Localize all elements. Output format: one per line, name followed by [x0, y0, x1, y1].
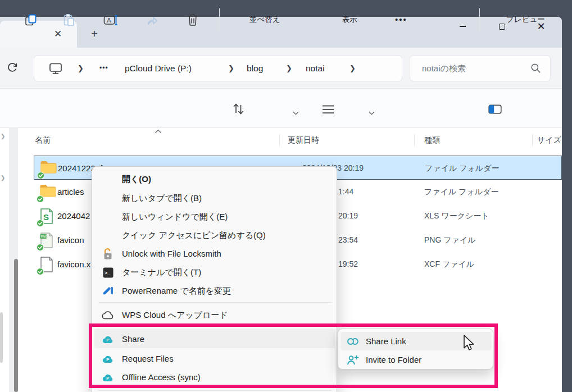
file-type: ファイル フォルダー	[424, 180, 499, 204]
column-divider[interactable]	[414, 134, 415, 146]
column-divider[interactable]	[532, 134, 533, 146]
breadcrumb-item-blog[interactable]: blog	[247, 56, 263, 81]
file-type: PNG ファイル	[424, 228, 476, 252]
pcloud-icon: P	[101, 371, 115, 384]
minimize-button[interactable]	[450, 17, 475, 36]
file-date: 20:19	[338, 204, 358, 228]
image-icon: PNG	[39, 232, 56, 249]
sync-check-badge-icon	[37, 267, 44, 275]
minimize-icon	[460, 26, 466, 26]
share-button[interactable]	[142, 9, 164, 31]
refresh-icon[interactable]	[6, 61, 19, 77]
tree-expand-chevron-icon[interactable]: ❯	[1, 133, 5, 139]
file-date: 23:54	[338, 228, 358, 252]
svg-text:P: P	[106, 357, 109, 362]
column-divider[interactable]	[279, 134, 280, 146]
chevron-down-icon	[369, 107, 375, 117]
share-icon	[146, 14, 160, 26]
menu-item-open-terminal[interactable]: >_ ターミナルで開く(T)	[92, 263, 338, 281]
breadcrumb-chevron-icon[interactable]: ❯	[349, 56, 356, 81]
cloud-outline-icon	[101, 308, 115, 322]
menu-item-open-new-tab[interactable]: 新しいタブで開く(B)	[92, 189, 338, 207]
rename-icon: A	[103, 14, 118, 26]
breadcrumb-overflow-button[interactable]: •••	[99, 56, 108, 81]
more-options-button[interactable]: •••	[395, 0, 407, 39]
menu-divider	[98, 302, 332, 303]
breadcrumb-chevron-icon: ❯	[78, 56, 84, 81]
toolbar-divider	[479, 8, 480, 31]
file-name: 2024042	[57, 204, 90, 228]
file-date: 1:44	[338, 180, 353, 204]
sort-button[interactable]: 並べ替え	[249, 0, 280, 39]
file-icon	[39, 256, 56, 273]
menu-item-open[interactable]: 開く(O)	[92, 170, 338, 188]
preview-icon[interactable]	[488, 104, 502, 116]
menu-item-powerrename[interactable]: PowerRename で名前を変更	[92, 281, 338, 300]
svg-text:P: P	[106, 338, 109, 343]
chevron-down-icon	[293, 107, 299, 117]
sync-check-badge-icon	[37, 219, 44, 226]
toolbar-divider	[219, 8, 220, 31]
padlock-icon	[101, 247, 115, 261]
column-header-size[interactable]: サイズ	[537, 130, 561, 149]
file-type: XCF ファイル	[424, 252, 474, 276]
file-name: favicon	[57, 228, 84, 252]
sync-check-badge-icon	[37, 171, 44, 179]
nav-scrollbar-thumb[interactable]	[14, 259, 18, 392]
breadcrumb-chevron-icon[interactable]: ❯	[286, 56, 292, 81]
preview-toggle-button[interactable]: プレビュー	[506, 0, 545, 39]
new-tab-icon[interactable]: +	[88, 28, 101, 40]
svg-text:>_: >_	[105, 270, 111, 276]
tab-strip	[0, 17, 562, 48]
maximize-icon	[499, 24, 505, 30]
context-menu: 開く(O) 新しいタブで開く(B) 新しいウィンドウで開く(E) クイック アク…	[92, 166, 337, 392]
menu-item-offline-access[interactable]: P Offline Access (sync)	[92, 368, 338, 386]
share-submenu: Share Link Invite to Folder	[338, 329, 493, 370]
column-header-type[interactable]: 種類	[424, 130, 440, 149]
view-icon[interactable]	[321, 104, 335, 117]
paste-button[interactable]	[58, 9, 80, 31]
file-date: 19:52	[338, 252, 358, 276]
search-box[interactable]: notaiの検索	[410, 55, 551, 81]
column-header-name[interactable]: 名前	[35, 130, 51, 149]
powerrename-icon	[101, 284, 115, 298]
search-icon[interactable]	[530, 63, 541, 76]
file-type: XLS ワークシート	[424, 204, 489, 228]
command-toolbar	[0, 88, 562, 128]
breadcrumb-chevron-icon[interactable]: ❯	[228, 56, 234, 81]
copy-button[interactable]	[20, 9, 42, 31]
delete-button[interactable]	[181, 9, 204, 31]
folder-icon	[39, 184, 56, 200]
sort-icon[interactable]	[231, 102, 246, 118]
view-button[interactable]: 表示	[342, 0, 357, 39]
column-header-date[interactable]: 更新日時	[288, 130, 319, 149]
folder-icon	[40, 160, 57, 177]
breadcrumb-item-notai[interactable]: notai	[306, 56, 325, 81]
sync-check-badge-icon	[37, 195, 44, 202]
menu-divider	[98, 390, 332, 391]
submenu-item-share-link[interactable]: Share Link	[338, 332, 494, 350]
this-pc-icon[interactable]	[49, 62, 62, 77]
file-name: articles	[57, 180, 84, 204]
menu-item-pin-quick-access[interactable]: クイック アクセスにピン留めする(Q)	[92, 226, 338, 244]
terminal-icon: >_	[101, 266, 115, 279]
share-link-icon	[346, 335, 360, 348]
breadcrumb-bar[interactable]: ❯ ••• pCloud Drive (P:) ❯ blog ❯ notai ❯	[34, 55, 402, 81]
menu-item-wps-cloud-upload[interactable]: WPS Cloud へアップロード	[92, 306, 338, 324]
left-scrollbar-thumb[interactable]	[0, 312, 3, 363]
tree-expand-chevron-icon[interactable]: ❯	[1, 175, 5, 181]
paste-icon	[62, 13, 76, 27]
invite-person-icon	[346, 353, 360, 367]
copy-icon	[24, 13, 38, 27]
menu-item-open-new-window[interactable]: 新しいウィンドウで開く(E)	[92, 207, 338, 226]
rename-button[interactable]: A	[99, 9, 122, 31]
svg-text:P: P	[106, 376, 109, 381]
menu-item-unlock-file-locksmith[interactable]: Unlock with File Locksmith	[92, 244, 338, 263]
spreadsheet-icon: S	[39, 208, 56, 225]
menu-item-share[interactable]: P Share	[92, 330, 338, 348]
submenu-item-invite-to-folder[interactable]: Invite to Folder	[338, 350, 494, 369]
file-name: favicon.x	[57, 252, 90, 276]
breadcrumb-item-pcloud-drive[interactable]: pCloud Drive (P:)	[125, 56, 192, 81]
menu-item-request-files[interactable]: P Request Files	[92, 349, 338, 368]
trash-icon	[187, 13, 199, 27]
